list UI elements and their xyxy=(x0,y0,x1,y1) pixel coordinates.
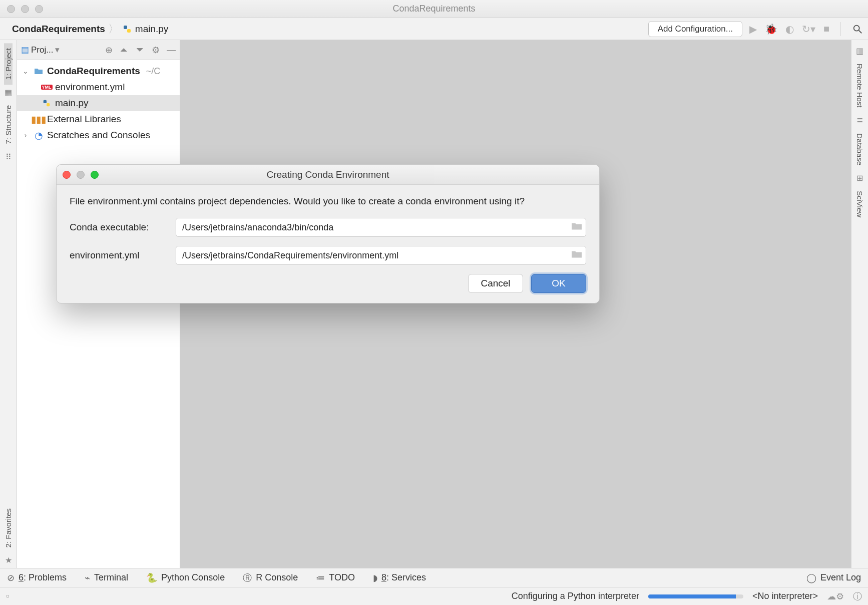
debug-icon[interactable]: 🐞 xyxy=(765,23,777,35)
remote-host-icon: ▥ xyxy=(856,46,863,56)
project-tool-header: ▤ Proj... ▾ ⊕ ⏶ ⏷ ⚙ — xyxy=(17,40,180,60)
folder-icon: ▦ xyxy=(5,88,12,97)
tool-tab-sciview[interactable]: SciView xyxy=(855,186,864,222)
database-icon: ≣ xyxy=(856,116,863,125)
tree-file-environment-yml[interactable]: YML environment.yml xyxy=(17,79,180,95)
breadcrumb-file[interactable]: main.py xyxy=(135,24,169,35)
python-file-icon xyxy=(41,99,52,108)
libraries-icon: ▮▮▮ xyxy=(33,114,44,125)
ok-button[interactable]: OK xyxy=(531,274,586,293)
add-configuration-button[interactable]: Add Configuration... xyxy=(648,21,742,37)
svg-rect-5 xyxy=(47,103,50,106)
tool-tab-python-console[interactable]: 🐍 Python Console xyxy=(146,572,225,583)
chevron-down-icon: ▾ xyxy=(55,45,60,55)
structure-icon: ⠿ xyxy=(6,152,12,162)
browse-folder-icon[interactable] xyxy=(571,250,582,261)
hide-icon[interactable]: — xyxy=(167,45,176,56)
problems-icon: ⊘ xyxy=(7,572,15,583)
tree-file-main-py[interactable]: main.py xyxy=(17,95,180,111)
chevron-down-icon[interactable]: ⌄ xyxy=(21,67,30,75)
status-task: Configuring a Python interpreter xyxy=(512,591,639,601)
svg-line-3 xyxy=(859,30,862,33)
window-title: CondaRequirements xyxy=(0,4,868,14)
run-icon[interactable]: ▶ xyxy=(749,23,757,35)
breadcrumb[interactable]: CondaRequirements 〉 main.py xyxy=(12,22,168,37)
collapse-all-icon[interactable]: ⏷ xyxy=(136,45,145,56)
r-icon: Ⓡ xyxy=(243,572,252,584)
right-tool-gutter: ▥ Remote Host ≣ Database ⊞ SciView xyxy=(851,40,868,568)
environment-yml-input[interactable] xyxy=(176,246,586,265)
progress-bar[interactable] xyxy=(648,594,743,598)
tool-tab-database[interactable]: Database xyxy=(855,128,864,170)
conda-env-dialog: Creating Conda Environment File environm… xyxy=(56,164,600,304)
coverage-icon[interactable]: ◐ xyxy=(785,23,794,35)
dialog-titlebar[interactable]: Creating Conda Environment xyxy=(57,165,599,185)
editor-area xyxy=(180,40,851,568)
sciview-icon: ⊞ xyxy=(856,173,863,183)
browse-folder-icon[interactable] xyxy=(571,222,582,233)
tool-windows-icon[interactable]: ▫ xyxy=(6,591,9,601)
status-bar: ▫ Configuring a Python interpreter <No i… xyxy=(0,587,868,605)
bottom-tool-tabs: ⊘ 6: Problems ⌁ Terminal 🐍 Python Consol… xyxy=(0,568,868,587)
python-icon: 🐍 xyxy=(146,572,157,583)
status-interpreter[interactable]: <No interpreter> xyxy=(752,591,818,601)
profile-icon[interactable]: ↻▾ xyxy=(802,23,815,35)
expand-all-icon[interactable]: ⏶ xyxy=(120,45,129,56)
todo-icon: ≔ xyxy=(316,572,325,583)
folder-icon xyxy=(33,68,44,75)
project-view-icon: ▤ xyxy=(21,45,29,55)
tool-tab-problems[interactable]: ⊘ 6: Problems xyxy=(7,572,67,583)
svg-point-2 xyxy=(854,25,859,31)
svg-rect-1 xyxy=(127,29,131,33)
tree-root[interactable]: ⌄ CondaRequirements ~/C xyxy=(17,63,180,79)
conda-executable-input[interactable] xyxy=(176,218,586,237)
python-file-icon xyxy=(122,24,132,34)
run-toolbar: ▶ 🐞 ◐ ↻▾ ■ xyxy=(749,22,863,36)
dialog-message: File environment.yml contains project de… xyxy=(70,196,586,207)
search-everywhere-icon[interactable] xyxy=(852,24,863,35)
tool-tab-event-log[interactable]: ◯ Event Log xyxy=(806,572,861,583)
chevron-right-icon[interactable]: › xyxy=(21,131,30,139)
stop-icon[interactable]: ■ xyxy=(823,23,829,35)
conda-executable-label: Conda executable: xyxy=(70,222,176,233)
tool-tab-structure[interactable]: 7: Structure xyxy=(4,100,13,149)
terminal-icon: ⌁ xyxy=(85,572,90,583)
breadcrumb-project[interactable]: CondaRequirements xyxy=(12,24,105,35)
event-log-icon: ◯ xyxy=(806,572,816,583)
tree-scratches[interactable]: › ◔ Scratches and Consoles xyxy=(17,127,180,143)
memory-indicator-icon[interactable]: ⓘ xyxy=(853,590,862,602)
toolbar-separator xyxy=(840,22,841,36)
tool-tab-favorites[interactable]: 2: Favorites xyxy=(4,503,13,552)
ide-settings-icon[interactable]: ☁⚙ xyxy=(827,591,844,602)
yml-file-icon: YML xyxy=(41,85,52,90)
breadcrumb-separator: 〉 xyxy=(108,22,119,37)
tool-tab-project[interactable]: 1: Project xyxy=(4,43,13,85)
dialog-title: Creating Conda Environment xyxy=(57,169,599,180)
tool-tab-remote-host[interactable]: Remote Host xyxy=(855,59,864,113)
window-titlebar: CondaRequirements xyxy=(0,0,868,18)
tree-external-libraries[interactable]: ▮▮▮ External Libraries xyxy=(17,111,180,127)
environment-yml-label: environment.yml xyxy=(70,250,176,261)
locate-icon[interactable]: ⊕ xyxy=(105,45,113,56)
scratches-icon: ◔ xyxy=(33,130,44,141)
gear-icon[interactable]: ⚙ xyxy=(152,45,160,56)
tool-tab-services[interactable]: ◗ 8: Services xyxy=(373,572,426,583)
star-icon: ★ xyxy=(5,555,12,565)
navigation-bar: CondaRequirements 〉 main.py Add Configur… xyxy=(0,18,868,40)
cancel-button[interactable]: Cancel xyxy=(468,274,523,293)
tool-tab-terminal[interactable]: ⌁ Terminal xyxy=(85,572,128,583)
project-tool-window: ▤ Proj... ▾ ⊕ ⏶ ⏷ ⚙ — ⌄ CondaRequirement… xyxy=(17,40,180,568)
project-tree[interactable]: ⌄ CondaRequirements ~/C YML environment.… xyxy=(17,60,180,146)
svg-rect-0 xyxy=(124,26,127,29)
tool-tab-todo[interactable]: ≔ TODO xyxy=(316,572,355,583)
services-icon: ◗ xyxy=(373,572,377,583)
left-tool-gutter: 1: Project ▦ 7: Structure ⠿ 2: Favorites… xyxy=(0,40,17,568)
project-view-selector[interactable]: ▤ Proj... ▾ xyxy=(21,45,60,55)
svg-rect-4 xyxy=(44,100,47,103)
tool-tab-r-console[interactable]: Ⓡ R Console xyxy=(243,572,298,584)
